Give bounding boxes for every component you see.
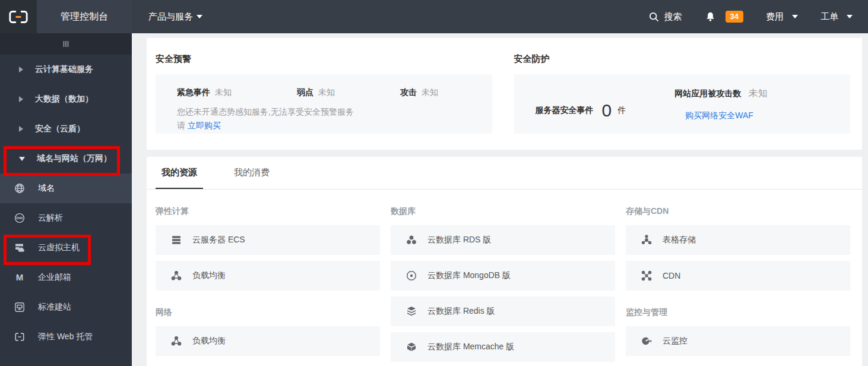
sidebar-group-label: 云计算基础服务	[35, 64, 93, 75]
cloud-monitor-icon	[640, 335, 653, 347]
ticket-menu[interactable]: 工单	[821, 11, 853, 23]
sidebar-item-label: 企业邮箱	[38, 272, 71, 283]
tab-my-consumption[interactable]: 我的消费	[228, 157, 275, 189]
chevron-down-icon	[197, 15, 202, 18]
resource-row-redis[interactable]: 云数据库 Redis 版	[391, 296, 615, 326]
sidebar-item-enterprise-mail[interactable]: M企业邮箱	[0, 263, 132, 292]
notification-bell[interactable]: 34	[705, 11, 743, 23]
sidebar-nav: 云计算基础服务大数据（数加）安全（云盾）域名与网站（万网）域名DNS云解析云虚拟…	[0, 55, 132, 352]
resource-row-slb[interactable]: 负载均衡	[156, 261, 380, 291]
sidebar-group-domain-website[interactable]: 域名与网站（万网）	[0, 144, 132, 173]
sidebar-group-big-data[interactable]: 大数据（数加）	[0, 84, 132, 114]
section-header: 弹性计算	[156, 206, 380, 217]
products-menu-label: 产品与服务	[148, 11, 193, 23]
server-events-label: 服务器安全事件	[536, 105, 594, 116]
sidebar-item-domain[interactable]: 域名	[0, 173, 132, 203]
stat-label: 紧急事件	[177, 87, 210, 97]
resource-row-mongodb[interactable]: 云数据库 MongoDB 版	[391, 261, 615, 291]
vhost-icon	[13, 242, 26, 254]
resources-grid: 弹性计算云服务器 ECS负载均衡网络负载均衡数据库云数据库 RDS 版云数据库 …	[147, 190, 862, 366]
server-ecs-icon	[170, 234, 183, 246]
products-menu[interactable]: 产品与服务	[132, 0, 219, 33]
chevron-down-icon	[847, 15, 853, 18]
resource-row-memcache[interactable]: 云数据库 Memcache 版	[391, 332, 615, 362]
resource-row-cdn[interactable]: CDN	[626, 261, 850, 291]
cdn-icon	[640, 270, 653, 282]
security-warning-title: 安全预警	[156, 53, 492, 65]
tab-my-resources[interactable]: 我的资源	[156, 157, 203, 189]
stat-weakness: 弱点未知	[297, 87, 335, 98]
sidebar-group-security[interactable]: 安全（云盾）	[0, 114, 132, 144]
billing-label: 费用	[766, 11, 784, 23]
notice-prefix: 请	[177, 121, 185, 130]
redis-icon	[405, 305, 418, 317]
load-balancer-icon	[170, 335, 183, 347]
arrow-down-icon	[19, 157, 25, 161]
resource-label: CDN	[663, 271, 680, 280]
sidebar-item-elastic-web-hosting[interactable]: 弹性 Web 托管	[0, 322, 132, 352]
sitebuilder-icon	[13, 301, 26, 313]
sidebar: 云计算基础服务大数据（数加）安全（云盾）域名与网站（万网）域名DNS云解析云虚拟…	[0, 33, 132, 366]
dns-icon: DNS	[13, 212, 26, 224]
sidebar-item-label: 域名	[38, 183, 55, 194]
resource-label: 负载均衡	[192, 270, 226, 281]
resource-column: 数据库云数据库 RDS 版云数据库 MongoDB 版云数据库 Redis 版云…	[391, 190, 615, 366]
resource-row-ecs[interactable]: 云服务器 ECS	[156, 225, 380, 255]
sidebar-item-cloud-dns[interactable]: DNS云解析	[0, 203, 132, 233]
resource-column: 弹性计算云服务器 ECS负载均衡网络负载均衡	[156, 190, 380, 366]
console-page: 管理控制台 产品与服务 搜索 34 费用 工单	[0, 0, 868, 366]
resource-row-cloud-monitor[interactable]: 云监控	[626, 326, 850, 356]
rds-icon	[405, 234, 418, 246]
resource-label: 云监控	[663, 336, 688, 346]
buy-now-link[interactable]: 立即购买	[188, 121, 221, 130]
section-header: 网络	[156, 307, 380, 318]
table-store-icon	[640, 234, 653, 246]
resources-tabbar: 我的资源我的消费	[147, 157, 862, 190]
load-balancer-icon	[170, 270, 183, 282]
stat-value: 未知	[215, 87, 232, 97]
security-warning-stats: 紧急事件未知 弱点未知 攻击未知	[177, 87, 480, 98]
topbar-right: 搜索 34 费用 工单	[648, 0, 868, 33]
svg-text:M: M	[16, 272, 24, 282]
resource-label: 云数据库 RDS 版	[427, 235, 491, 245]
resource-label: 云数据库 Redis 版	[427, 306, 495, 317]
arrow-right-icon	[19, 126, 23, 132]
notification-badge: 34	[726, 11, 743, 23]
stat-attack: 攻击未知	[400, 87, 438, 98]
resource-row-table-store[interactable]: 表格存储	[626, 225, 850, 255]
security-warning-section: 安全预警 紧急事件未知 弱点未知 攻击未知 您还未开	[147, 38, 504, 150]
situation-awareness-notice: 您还未开通态势感知服务,无法享受安全预警服务 请 立即购买	[177, 105, 480, 132]
ticket-label: 工单	[821, 11, 838, 23]
svg-text:DNS: DNS	[16, 216, 23, 220]
sidebar-group-cloud-computing[interactable]: 云计算基础服务	[0, 55, 132, 84]
security-protection-title: 安全防护	[514, 53, 851, 65]
stat-label: 攻击	[400, 87, 417, 97]
aliyun-logo[interactable]	[0, 0, 37, 33]
sidebar-collapse-icon	[60, 38, 72, 50]
elastic-web-icon	[13, 332, 26, 342]
resource-label: 云服务器 ECS	[192, 235, 245, 245]
search-label: 搜索	[664, 11, 682, 23]
buy-waf-link[interactable]: 购买网络安全WAF	[685, 111, 838, 121]
sidebar-item-site-builder[interactable]: 标准建站	[0, 292, 132, 322]
resource-label: 表格存储	[663, 235, 696, 245]
globe-icon	[13, 182, 26, 194]
topbar: 管理控制台 产品与服务 搜索 34 费用 工单	[0, 0, 868, 33]
security-warning-panel: 紧急事件未知 弱点未知 攻击未知 您还未开通态势感知服务,无法享受安全预警服务 …	[156, 74, 492, 134]
sidebar-item-label: 标准建站	[38, 302, 71, 313]
bell-icon	[705, 11, 716, 23]
search-button[interactable]: 搜索	[648, 11, 682, 23]
console-title[interactable]: 管理控制台	[37, 0, 132, 33]
search-icon	[648, 11, 660, 23]
section-header: 数据库	[391, 206, 615, 217]
resource-row-rds[interactable]: 云数据库 RDS 版	[391, 225, 615, 255]
security-protection-panel: 服务器安全事件 0 件 网站应用被攻击数 未知 购买网络安全WAF	[514, 74, 851, 134]
sidebar-group-label: 大数据（数加）	[35, 94, 93, 105]
resource-row-slb-network[interactable]: 负载均衡	[156, 326, 380, 356]
sidebar-collapse-button[interactable]	[0, 33, 132, 55]
billing-menu[interactable]: 费用	[766, 11, 798, 23]
resource-label: 云数据库 MongoDB 版	[427, 270, 511, 281]
stat-emergency: 紧急事件未知	[177, 87, 232, 98]
sidebar-item-label: 云解析	[38, 213, 63, 223]
sidebar-item-cloud-virtual-host[interactable]: 云虚拟主机	[0, 233, 132, 263]
